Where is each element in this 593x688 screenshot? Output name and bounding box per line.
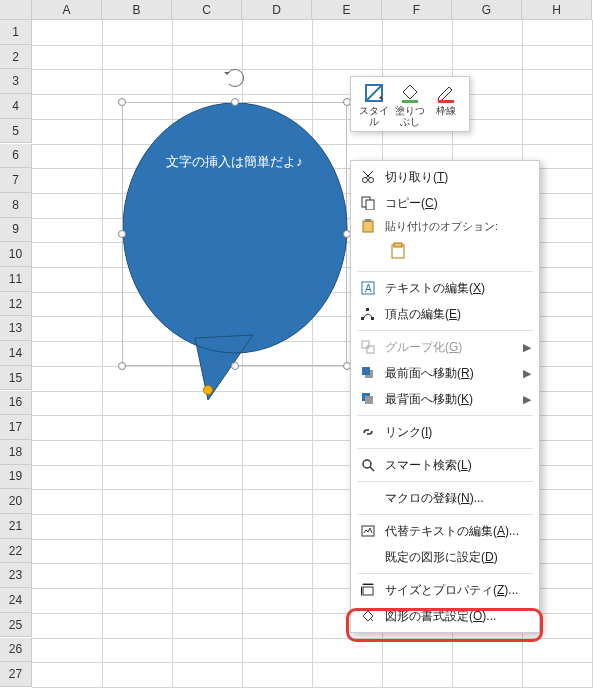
menu-label: 既定の図形に設定(D) xyxy=(385,549,529,566)
row-header-22[interactable]: 22 xyxy=(0,539,32,564)
col-header-E[interactable]: E xyxy=(312,0,382,20)
separator xyxy=(357,330,533,331)
shape-style-button[interactable]: スタイル xyxy=(357,81,391,127)
row-header-2[interactable]: 2 xyxy=(0,45,32,70)
menu-format-shape[interactable]: 図形の書式設定(O)... xyxy=(351,603,539,629)
svg-rect-1 xyxy=(402,100,418,103)
col-header-G[interactable]: G xyxy=(452,0,522,20)
send-back-icon xyxy=(357,392,379,406)
menu-copy[interactable]: コピー(C) xyxy=(351,190,539,216)
menu-label: 図形の書式設定(O)... xyxy=(385,608,529,625)
menu-label: コピー(C) xyxy=(385,195,529,212)
select-all-corner[interactable] xyxy=(0,0,32,20)
row-header-19[interactable]: 19 xyxy=(0,465,32,490)
col-header-A[interactable]: A xyxy=(32,0,102,20)
speech-bubble-shape[interactable] xyxy=(123,103,348,403)
menu-label: サイズとプロパティ(Z)... xyxy=(385,582,529,599)
row-header-1[interactable]: 1 xyxy=(0,20,32,45)
menu-alt-text[interactable]: 代替テキストの編集(A)... xyxy=(351,518,539,544)
svg-rect-7 xyxy=(363,221,373,232)
row-header-9[interactable]: 9 xyxy=(0,218,32,243)
clipboard-icon xyxy=(389,242,407,260)
resize-handle[interactable] xyxy=(118,362,126,370)
menu-label: 代替テキストの編集(A)... xyxy=(385,523,529,540)
shape-outline-button[interactable]: 枠線 xyxy=(429,81,463,127)
row-header-27[interactable]: 27 xyxy=(0,662,32,687)
svg-rect-14 xyxy=(371,317,374,320)
menu-link[interactable]: リンク(I) xyxy=(351,419,539,445)
menu-smart-lookup[interactable]: スマート検索(L) xyxy=(351,452,539,478)
context-menu: 切り取り(T) コピー(C) 貼り付けのオプション: A テキストの編集(X) … xyxy=(350,160,540,633)
svg-rect-2 xyxy=(438,100,454,103)
style-label: スタイル xyxy=(357,105,391,127)
resize-handle[interactable] xyxy=(118,98,126,106)
menu-label: グループ化(G) xyxy=(385,339,529,356)
svg-rect-21 xyxy=(365,396,373,404)
alt-text-icon xyxy=(357,524,379,538)
row-header-16[interactable]: 16 xyxy=(0,391,32,416)
row-header-12[interactable]: 12 xyxy=(0,292,32,317)
menu-assign-macro[interactable]: マクロの登録(N)... xyxy=(351,485,539,511)
resize-handle[interactable] xyxy=(118,230,126,238)
shape-selection-box[interactable]: 文字の挿入は簡単だよ♪ xyxy=(122,102,347,366)
svg-point-3 xyxy=(363,178,368,183)
menu-cut[interactable]: 切り取り(T) xyxy=(351,164,539,190)
fill-icon xyxy=(393,81,427,103)
svg-text:A: A xyxy=(365,283,372,294)
row-header-14[interactable]: 14 xyxy=(0,341,32,366)
row-header-17[interactable]: 17 xyxy=(0,415,32,440)
col-header-B[interactable]: B xyxy=(102,0,172,20)
menu-size-and-properties[interactable]: サイズとプロパティ(Z)... xyxy=(351,577,539,603)
row-header-13[interactable]: 13 xyxy=(0,316,32,341)
row-header-6[interactable]: 6 xyxy=(0,144,32,169)
menu-label: スマート検索(L) xyxy=(385,457,529,474)
link-icon xyxy=(357,425,379,439)
row-header-18[interactable]: 18 xyxy=(0,440,32,465)
shape-fill-button[interactable]: 塗りつぶし xyxy=(393,81,427,127)
fill-label: 塗りつぶし xyxy=(393,105,427,127)
menu-edit-text[interactable]: A テキストの編集(X) xyxy=(351,275,539,301)
col-header-D[interactable]: D xyxy=(242,0,312,20)
submenu-arrow-icon: ▶ xyxy=(523,393,531,406)
row-header-4[interactable]: 4 xyxy=(0,94,32,119)
row-header-5[interactable]: 5 xyxy=(0,119,32,144)
separator xyxy=(357,448,533,449)
col-header-C[interactable]: C xyxy=(172,0,242,20)
menu-label: 頂点の編集(E) xyxy=(385,306,529,323)
edit-text-icon: A xyxy=(357,281,379,295)
paste-option-button[interactable] xyxy=(385,238,411,264)
row-header-3[interactable]: 3 xyxy=(0,69,32,94)
row-header-24[interactable]: 24 xyxy=(0,588,32,613)
mini-toolbar: スタイル 塗りつぶし 枠線 xyxy=(350,76,470,132)
menu-label: マクロの登録(N)... xyxy=(385,490,529,507)
row-header-26[interactable]: 26 xyxy=(0,638,32,663)
separator xyxy=(357,415,533,416)
svg-point-22 xyxy=(363,460,371,468)
svg-rect-17 xyxy=(367,346,374,353)
menu-bring-to-front[interactable]: 最前面へ移動(R) ▶ xyxy=(351,360,539,386)
row-header-7[interactable]: 7 xyxy=(0,168,32,193)
menu-edit-points[interactable]: 頂点の編集(E) xyxy=(351,301,539,327)
row-header-20[interactable]: 20 xyxy=(0,489,32,514)
col-header-F[interactable]: F xyxy=(382,0,452,20)
paste-options-label: 貼り付けのオプション: xyxy=(351,216,539,236)
svg-rect-15 xyxy=(366,308,369,311)
svg-rect-6 xyxy=(366,200,374,210)
row-header-11[interactable]: 11 xyxy=(0,267,32,292)
col-header-H[interactable]: H xyxy=(522,0,592,20)
row-header-23[interactable]: 23 xyxy=(0,563,32,588)
resize-handle[interactable] xyxy=(231,362,239,370)
row-header-15[interactable]: 15 xyxy=(0,366,32,391)
cut-icon xyxy=(357,170,379,184)
row-header-25[interactable]: 25 xyxy=(0,613,32,638)
row-header-21[interactable]: 21 xyxy=(0,514,32,539)
adjustment-handle[interactable] xyxy=(203,385,213,395)
row-header-10[interactable]: 10 xyxy=(0,242,32,267)
outline-icon xyxy=(429,81,463,103)
menu-label: 最背面へ移動(K) xyxy=(385,391,529,408)
resize-handle[interactable] xyxy=(231,98,239,106)
rotate-handle[interactable] xyxy=(226,69,244,87)
menu-set-default-shape[interactable]: 既定の図形に設定(D) xyxy=(351,544,539,570)
menu-send-to-back[interactable]: 最背面へ移動(K) ▶ xyxy=(351,386,539,412)
row-header-8[interactable]: 8 xyxy=(0,193,32,218)
